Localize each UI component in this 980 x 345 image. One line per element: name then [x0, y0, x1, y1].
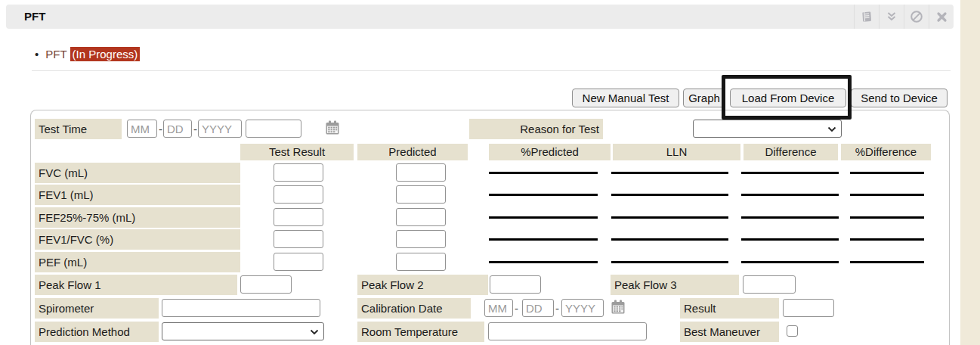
metric-label-fev1-fvc: FEV1/FVC (%): [35, 229, 240, 250]
graph-button[interactable]: Graph: [683, 89, 725, 107]
spirometer-input[interactable]: [162, 299, 320, 317]
column-header-percent-difference: %Difference: [841, 144, 931, 160]
date-separator: -: [555, 302, 559, 315]
empty-value-line: [611, 172, 728, 174]
send-to-device-button[interactable]: Send to Device: [851, 89, 948, 107]
spirometer-label: Spirometer: [35, 298, 159, 319]
chevron-down-icon: [310, 329, 319, 335]
test-time-mm-input[interactable]: [127, 120, 157, 138]
best-maneuver-label: Best Maneuver: [680, 322, 779, 342]
column-header-lln: LLN: [613, 144, 740, 160]
peak-flow-1-input[interactable]: [240, 275, 292, 294]
best-maneuver-checkbox[interactable]: [787, 325, 798, 337]
calibration-date-label: Calibration Date: [357, 298, 471, 319]
room-temperature-input[interactable]: [488, 322, 647, 340]
new-manual-test-button[interactable]: New Manual Test: [572, 89, 679, 107]
fef-predicted-input[interactable]: [396, 208, 446, 226]
result-label: Result: [680, 298, 779, 319]
empty-value-line: [850, 216, 924, 219]
reason-for-test-label: Reason for Test: [469, 119, 603, 139]
fev1-fvc-predicted-input[interactable]: [396, 230, 446, 248]
close-icon[interactable]: [929, 5, 954, 29]
test-time-dd-input[interactable]: [163, 120, 192, 138]
empty-value-line: [489, 261, 598, 263]
date-separator: -: [193, 123, 197, 135]
empty-value-line: [850, 261, 924, 263]
metric-label-pef: PEF (mL): [35, 252, 240, 272]
load-from-device-button[interactable]: Load From Device: [730, 89, 846, 107]
fef-test-result-input[interactable]: [274, 208, 323, 226]
metric-label-fvc: FVC (mL): [35, 163, 240, 183]
fvc-predicted-input[interactable]: [396, 163, 446, 182]
empty-value-line: [611, 238, 728, 241]
empty-value-line: [741, 261, 839, 263]
reason-for-test-select[interactable]: [693, 120, 842, 138]
collapse-icon[interactable]: [879, 5, 904, 29]
column-header-test-result: Test Result: [240, 144, 354, 160]
panel-titlebar: PFT: [6, 5, 954, 29]
metric-label-fef: FEF25%-75% (mL): [35, 207, 240, 228]
cancel-icon[interactable]: [904, 5, 929, 29]
journal-icon[interactable]: [854, 5, 879, 29]
section-divider: [32, 70, 951, 71]
result-input[interactable]: [783, 299, 834, 317]
bullet-dot: •: [35, 48, 39, 61]
empty-value-line: [611, 216, 728, 219]
peak-flow-2-label: Peak Flow 2: [357, 275, 488, 295]
empty-value-line: [489, 238, 598, 241]
pef-predicted-input[interactable]: [396, 253, 446, 271]
empty-value-line: [489, 216, 598, 219]
metric-label-fev1: FEV1 (mL): [35, 185, 240, 205]
peak-flow-3-input[interactable]: [743, 275, 796, 294]
right-side-strip: [960, 0, 980, 345]
calibration-yyyy-input[interactable]: [561, 299, 604, 317]
page-title: PFT: [24, 5, 45, 29]
date-separator: -: [159, 123, 162, 135]
empty-value-line: [611, 194, 728, 196]
prediction-method-label: Prediction Method: [35, 322, 159, 342]
jumplist-row: •PFT(In Progress): [35, 48, 140, 61]
test-time-calendar-icon[interactable]: [324, 120, 341, 136]
pft-screen: PFT: [0, 0, 980, 345]
peak-flow-3-label: Peak Flow 3: [611, 275, 739, 295]
empty-value-line: [741, 194, 839, 196]
empty-value-line: [850, 172, 924, 174]
empty-value-line: [489, 194, 598, 196]
pef-test-result-input[interactable]: [274, 253, 323, 271]
calibration-mm-input[interactable]: [484, 299, 513, 317]
empty-value-line: [611, 261, 728, 263]
chevron-down-icon: [827, 126, 836, 132]
empty-value-line: [741, 216, 839, 219]
fev1-fvc-test-result-input[interactable]: [274, 230, 323, 248]
column-header-percent-predicted: %Predicted: [489, 144, 611, 160]
empty-value-line: [741, 238, 839, 241]
test-time-yyyy-input[interactable]: [198, 120, 242, 138]
fev1-test-result-input[interactable]: [274, 185, 323, 204]
empty-value-line: [489, 172, 598, 174]
test-time-label: Test Time: [35, 119, 122, 139]
test-time-time-input[interactable]: [246, 120, 301, 138]
pft-form-panel: Test Time - - Reason for Test: [30, 110, 950, 345]
peak-flow-1-label: Peak Flow 1: [35, 275, 237, 295]
peak-flow-2-input[interactable]: [490, 275, 541, 294]
room-temperature-label: Room Temperature: [357, 322, 484, 342]
jumplist-pft-link[interactable]: PFT: [45, 48, 66, 61]
panel-toolbar: [854, 5, 954, 29]
fev1-predicted-input[interactable]: [396, 185, 446, 204]
calibration-dd-input[interactable]: [522, 299, 554, 317]
empty-value-line: [850, 238, 924, 241]
date-separator: -: [515, 302, 518, 315]
prediction-method-select[interactable]: [162, 322, 324, 340]
calibration-calendar-icon[interactable]: [610, 299, 626, 315]
fvc-test-result-input[interactable]: [274, 163, 323, 182]
status-badge: (In Progress): [70, 47, 141, 61]
empty-value-line: [850, 194, 924, 196]
empty-value-line: [741, 172, 839, 174]
column-header-difference: Difference: [744, 144, 838, 160]
column-header-predicted: Predicted: [357, 144, 468, 160]
